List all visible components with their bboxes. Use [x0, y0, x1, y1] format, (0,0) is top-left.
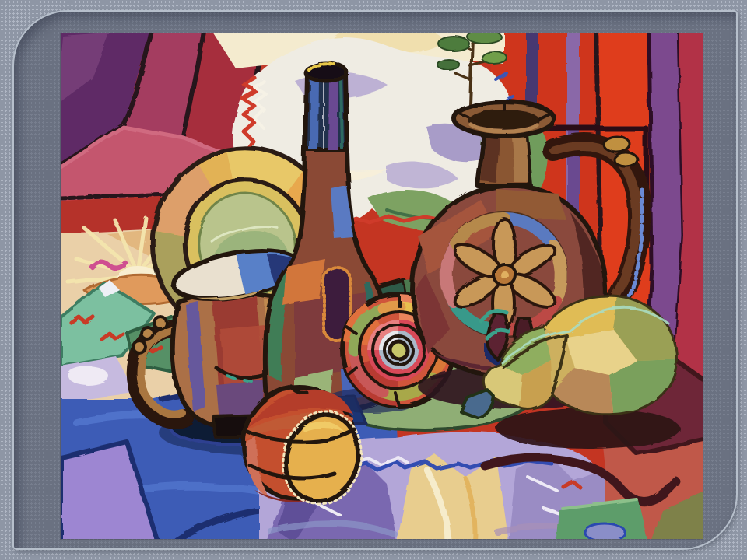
artwork-image: [61, 33, 703, 539]
slide-background: [0, 0, 747, 560]
painting-svg: [61, 33, 703, 539]
gourd-shadow: [496, 408, 680, 449]
